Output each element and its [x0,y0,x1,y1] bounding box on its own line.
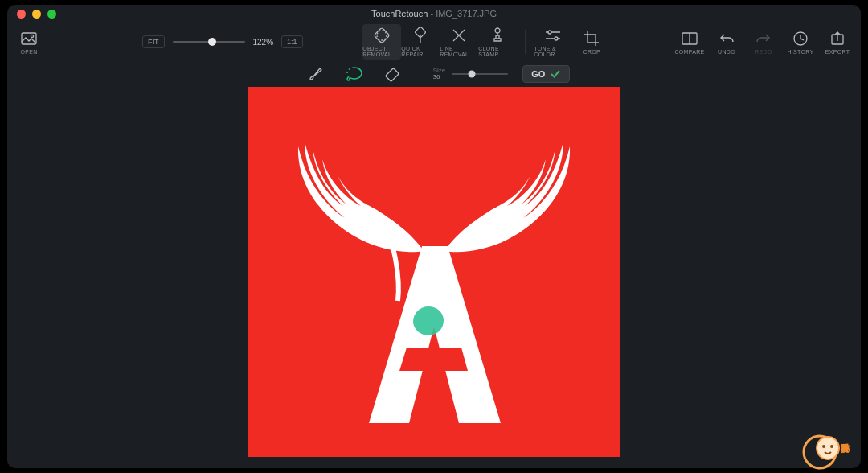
tone-color-label: TONE & COLOR [534,46,572,57]
window-zoom-button[interactable] [47,10,56,19]
main-toolbar: OPEN FIT 122% 1:1 OBJECT REMOVAL [7,23,861,61]
redo-label: REDO [755,49,772,55]
svg-rect-10 [385,68,399,82]
app-name: TouchRetouch [371,9,428,19]
window-close-button[interactable] [17,10,26,19]
clone-stamp-button[interactable]: CLONE STAMP [478,24,517,60]
size-control: Size 36 [433,68,509,80]
lasso-icon [345,65,364,83]
size-slider[interactable] [452,69,508,79]
crop-button[interactable]: CROP [572,24,611,60]
undo-button[interactable]: UNDO [708,24,745,60]
quick-repair-icon [412,27,428,44]
sub-toolbar: Size 36 GO [7,61,861,87]
titlebar: TouchRetouch - IMG_3717.JPG [7,5,861,23]
undo-icon [719,30,735,47]
window-minimize-button[interactable] [32,10,41,19]
svg-point-1 [31,35,33,37]
svg-point-6 [555,37,558,40]
svg-point-5 [548,31,551,34]
open-button[interactable]: OPEN [12,24,46,60]
zoom-controls: FIT 122% 1:1 [142,35,303,48]
check-icon [550,69,561,79]
eraser-icon [384,65,402,83]
zoom-1to1-button[interactable]: 1:1 [281,35,303,48]
adjust-modes: TONE & COLOR CROP [534,24,611,60]
go-label: GO [531,69,545,79]
undo-label: UNDO [718,49,735,55]
clone-stamp-label: CLONE STAMP [478,46,517,57]
toolbar-separator [525,30,526,54]
go-button[interactable]: GO [522,65,570,83]
redo-icon [755,30,772,47]
canvas-area[interactable] [7,87,861,468]
line-removal-label: LINE REMOVAL [440,46,478,57]
redo-button[interactable]: REDO [745,24,782,60]
object-removal-button[interactable]: OBJECT REMOVAL [362,24,401,60]
zoom-percent-label: 122% [253,38,274,47]
quick-repair-label: QUICK REPAIR [401,46,440,57]
open-label: OPEN [20,49,37,55]
image-icon [21,30,37,47]
tone-color-button[interactable]: TONE & COLOR [534,24,572,60]
line-removal-icon [451,27,467,44]
quick-repair-button[interactable]: QUICK REPAIR [401,24,440,60]
clone-stamp-icon [489,27,506,44]
image-canvas[interactable] [248,87,620,457]
lasso-tool-button[interactable] [337,63,372,85]
svg-rect-2 [374,27,390,43]
title-separator: - [428,9,436,19]
zoom-fit-button[interactable]: FIT [142,35,165,48]
svg-rect-0 [22,33,36,44]
window-title: TouchRetouch - IMG_3717.JPG [7,9,861,19]
export-icon [830,30,845,47]
compare-icon [682,30,698,47]
right-toolbar: COMPARE UNDO REDO HISTORY [671,24,856,60]
export-label: EXPORT [825,49,850,55]
selection-marker[interactable] [413,306,444,335]
compare-button[interactable]: COMPARE [671,24,708,60]
size-slider-thumb[interactable] [468,71,475,78]
file-name: IMG_3717.JPG [436,9,497,19]
edit-modes: OBJECT REMOVAL QUICK REPAIR LINE REMOVAL… [362,24,517,60]
object-removal-label: OBJECT REMOVAL [362,46,401,57]
eraser-tool-button[interactable] [375,63,411,85]
compare-label: COMPARE [675,49,705,55]
zoom-slider[interactable] [173,36,245,47]
brush-tool-button[interactable] [298,63,334,85]
brush-icon [307,65,325,83]
history-label: HISTORY [788,49,814,55]
export-button[interactable]: EXPORT [819,24,856,60]
crop-label: CROP [583,49,600,55]
size-value: 36 [433,74,446,80]
sliders-icon [544,27,562,44]
line-removal-button[interactable]: LINE REMOVAL [440,24,478,60]
size-label-block: Size 36 [433,68,446,80]
zoom-slider-thumb[interactable] [208,38,216,46]
history-icon [792,30,809,47]
object-removal-icon [373,27,391,44]
history-button[interactable]: HISTORY [782,24,819,60]
canvas-artwork [248,87,620,457]
svg-point-3 [377,31,387,40]
crop-icon [583,30,600,47]
